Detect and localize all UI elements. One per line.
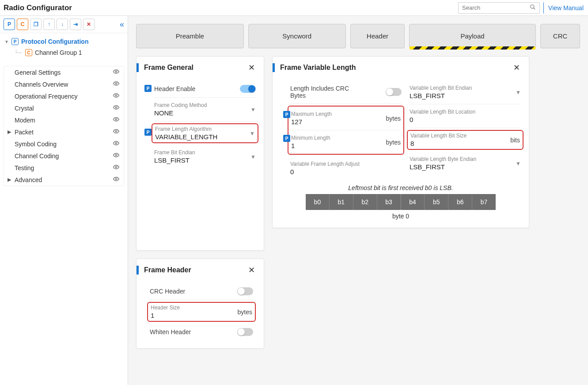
svg-point-6	[115, 118, 117, 120]
field-varlen-bit-endian[interactable]: Variable Length Bit Endian LSB_FIRST ▼	[410, 80, 521, 104]
packet-tab-preamble[interactable]: Preamble	[136, 24, 244, 48]
chevron-down-icon: ▼	[250, 107, 256, 113]
tree-child[interactable]: └─ C Channel Group 1	[14, 46, 123, 59]
nav-item-channels-overview[interactable]: Channels Overview	[4, 78, 124, 90]
add-protocol-button[interactable]: P	[4, 19, 15, 30]
copy-button[interactable]: ❐	[30, 19, 42, 30]
field-frame-bit-endian[interactable]: Frame Bit Endian LSB_FIRST ▼	[154, 145, 256, 168]
caret-down-icon: ▼	[4, 39, 9, 44]
svg-point-11	[115, 178, 117, 180]
chevron-down-icon: ▼	[516, 160, 521, 167]
chevron-down-icon: ▼	[250, 130, 255, 137]
visibility-icon[interactable]	[113, 152, 119, 160]
nav-item-packet[interactable]: ▶Packet	[4, 126, 124, 138]
field-varlen-bit-size[interactable]: Variable Length Bit Size 8 bits	[407, 130, 524, 150]
tree-root-label: Protocol Configuration	[21, 38, 88, 45]
field-header-enable: P Header Enable	[154, 80, 256, 98]
whiten-header-toggle[interactable]	[237, 328, 253, 336]
packet-tab-crc[interactable]: CRC	[540, 24, 580, 48]
packet-tab-payload[interactable]: Payload	[409, 24, 536, 48]
bit-cell: b1	[330, 194, 353, 210]
nav-item-advanced[interactable]: ▶Advanced	[4, 174, 124, 186]
view-manual-button[interactable]: View Manual	[543, 2, 588, 14]
chevron-down-icon: ▼	[250, 154, 256, 160]
nav-item-operational-frequency[interactable]: Operational Frequency	[4, 90, 124, 102]
close-icon[interactable]: ✕	[512, 63, 522, 72]
add-channel-button[interactable]: C	[17, 19, 28, 30]
svg-point-5	[115, 107, 117, 108]
crc-bytes-toggle[interactable]	[386, 88, 402, 96]
visibility-icon[interactable]	[113, 116, 119, 124]
field-max-length[interactable]: P Maximum Length 127 bytes	[291, 107, 401, 130]
nav-item-modem[interactable]: Modem	[4, 114, 124, 126]
svg-point-4	[115, 95, 117, 96]
svg-point-8	[115, 142, 117, 144]
nav-item-channel-coding[interactable]: Channel Coding	[4, 150, 124, 162]
byte-label: byte 0	[281, 213, 521, 220]
field-varlen-bit-location[interactable]: Variable Length Bit Location 0	[410, 104, 521, 128]
p-badge-icon: P	[283, 135, 290, 142]
search-box[interactable]	[458, 2, 540, 14]
sidebar: P C ❐ ↑ ↓ ⇥ ✕ « ▼ P Protocol Configurati…	[0, 16, 128, 385]
visibility-icon[interactable]	[113, 140, 119, 148]
search-input[interactable]	[462, 4, 524, 11]
field-crc-header: CRC Header	[150, 283, 253, 300]
bit-cell: b5	[425, 194, 448, 210]
bit-cell: b2	[353, 194, 377, 210]
visibility-icon[interactable]	[113, 69, 119, 76]
bit-note: Leftmost bit is first received b0 is LSB…	[281, 184, 521, 191]
packet-tab-syncword[interactable]: Syncword	[248, 24, 346, 48]
field-header-size[interactable]: Header Size 1 bytes	[147, 302, 256, 322]
field-frame-length-algo[interactable]: P Frame Length Algorithm VARIABLE_LENGTH…	[152, 123, 258, 143]
move-up-button[interactable]: ↑	[43, 19, 55, 30]
visibility-icon[interactable]	[113, 80, 119, 88]
bit-cell: b0	[306, 194, 330, 210]
delete-button[interactable]: ✕	[83, 19, 95, 30]
field-min-length[interactable]: P Minimum Length 1 bytes	[291, 130, 401, 154]
import-button[interactable]: ⇥	[70, 19, 81, 30]
section-nav: General SettingsChannels OverviewOperati…	[4, 66, 124, 186]
header-enable-toggle[interactable]	[240, 85, 256, 93]
visibility-icon[interactable]	[113, 92, 119, 100]
field-varlen-adjust[interactable]: Variable Frame Length Adjust 0	[290, 156, 402, 180]
collapse-sidebar-icon[interactable]: «	[120, 20, 124, 29]
nav-item-crystal[interactable]: Crystal	[4, 102, 124, 114]
card-frame-varlen: Frame Variable Length ✕ Length Includes …	[272, 56, 529, 228]
p-badge-icon: P	[283, 111, 290, 118]
svg-point-9	[115, 154, 117, 156]
card-title: Frame Variable Length	[280, 64, 356, 72]
close-icon[interactable]: ✕	[247, 265, 257, 275]
svg-point-3	[115, 83, 117, 84]
search-icon[interactable]	[530, 4, 536, 12]
visibility-icon[interactable]	[113, 104, 119, 112]
tree-root[interactable]: ▼ P Protocol Configuration	[4, 37, 123, 46]
nav-item-testing[interactable]: Testing	[4, 162, 124, 174]
field-varlen-byte-endian[interactable]: Variable Length Byte Endian LSB_FIRST ▼	[410, 152, 521, 175]
close-icon[interactable]: ✕	[247, 63, 257, 72]
visibility-icon[interactable]	[113, 176, 119, 183]
svg-line-1	[534, 8, 535, 9]
p-badge-icon: P	[144, 85, 152, 92]
visibility-icon[interactable]	[113, 164, 119, 172]
channel-tag-icon: C	[25, 49, 32, 56]
protocol-tag-icon: P	[11, 38, 19, 45]
chevron-down-icon: ▼	[516, 89, 521, 95]
crc-header-toggle[interactable]	[237, 287, 253, 295]
field-whiten-header: Whiten Header	[150, 324, 253, 340]
packet-tab-header[interactable]: Header	[350, 24, 405, 48]
bit-cell: b3	[377, 194, 401, 210]
card-frame-header: Frame Header ✕ CRC Header Header Size 1 …	[136, 259, 264, 349]
chevron-right-icon: ▶	[8, 129, 12, 135]
tree-child-label: Channel Group 1	[35, 49, 82, 56]
nav-item-symbol-coding[interactable]: Symbol Coding	[4, 138, 124, 150]
field-frame-coding[interactable]: Frame Coding Method NONE ▼	[154, 98, 256, 122]
chevron-right-icon: ▶	[8, 177, 12, 183]
visibility-icon[interactable]	[113, 128, 119, 136]
card-frame-general: Frame General ✕ P Header Enable Frame Co…	[136, 56, 264, 251]
nav-item-general-settings[interactable]: General Settings	[4, 66, 124, 78]
bit-cell: b7	[472, 194, 496, 210]
move-down-button[interactable]: ↓	[57, 19, 68, 30]
card-title: Frame General	[144, 64, 193, 72]
svg-point-7	[115, 130, 117, 132]
card-title: Frame Header	[144, 266, 191, 274]
